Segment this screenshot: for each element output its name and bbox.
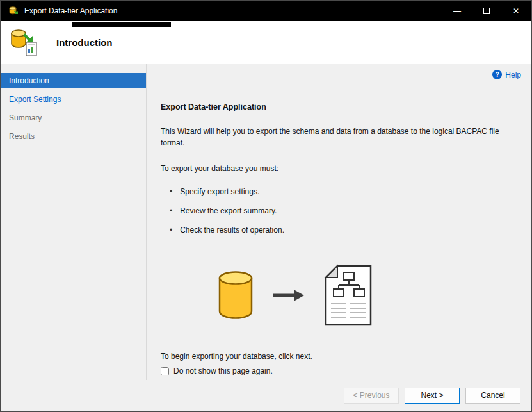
close-icon: ✕ (513, 6, 519, 15)
content-panel: ? Help Export Data-tier Application This… (147, 64, 531, 380)
previous-button: < Previous (344, 388, 399, 404)
sidebar-item-export-settings[interactable]: Export Settings (1, 92, 146, 107)
main-area: Introduction Export Settings Summary Res… (1, 64, 531, 380)
export-dac-icon (9, 28, 38, 57)
list-intro-text: To export your database you must: (161, 164, 518, 173)
export-dac-wizard-window: Export Data-tier Application — ✕ (0, 0, 532, 412)
right-arrow-icon (272, 288, 305, 304)
page-title: Introduction (56, 37, 112, 48)
list-item: • Review the export summary. (161, 201, 518, 220)
wizard-header: Introduction (1, 21, 531, 64)
maximize-icon (483, 8, 490, 14)
window-controls: — ✕ (442, 1, 531, 21)
sidebar-item-introduction[interactable]: Introduction (1, 73, 146, 88)
bullet-icon: • (170, 206, 172, 215)
bullet-icon: • (170, 226, 172, 235)
help-label: Help (505, 70, 521, 79)
requirements-list: • Specify export settings. • Review the … (161, 182, 518, 240)
intro-text: This Wizard will help you to export the … (161, 126, 518, 149)
minimize-icon: — (453, 6, 461, 15)
list-item-label: Check the results of operation. (180, 226, 284, 235)
next-button[interactable]: Next > (405, 388, 460, 404)
list-item: • Specify export settings. (161, 182, 518, 201)
close-button[interactable]: ✕ (501, 1, 531, 21)
maximize-button[interactable] (472, 1, 501, 21)
wizard-steps-sidebar: Introduction Export Settings Summary Res… (1, 64, 147, 380)
sidebar-item-results[interactable]: Results (1, 129, 146, 144)
list-item-label: Specify export settings. (180, 187, 259, 196)
export-illustration (217, 264, 518, 329)
help-icon: ? (492, 70, 502, 79)
titlebar-remnant (72, 22, 171, 27)
sidebar-item-summary[interactable]: Summary (1, 110, 146, 126)
content-heading: Export Data-tier Application (161, 103, 518, 111)
cancel-button[interactable]: Cancel (465, 388, 520, 404)
dont-show-again-checkbox[interactable] (161, 367, 169, 375)
window-title: Export Data-tier Application (24, 6, 117, 15)
list-item: • Check the results of operation. (161, 220, 518, 240)
app-icon (8, 6, 19, 16)
begin-export-text: To begin exporting your database, click … (161, 352, 518, 361)
dont-show-again-label[interactable]: Do not show this page again. (173, 367, 273, 375)
help-link[interactable]: ? Help (492, 70, 521, 79)
wizard-button-bar: < Previous Next > Cancel (1, 380, 531, 411)
bacpac-file-icon (323, 264, 373, 329)
dont-show-again-row: Do not show this page again. (161, 367, 518, 375)
minimize-button[interactable]: — (442, 1, 472, 21)
database-cylinder-icon (217, 270, 254, 322)
list-item-label: Review the export summary. (180, 206, 277, 215)
titlebar: Export Data-tier Application — ✕ (1, 1, 531, 21)
bullet-icon: • (170, 187, 172, 196)
